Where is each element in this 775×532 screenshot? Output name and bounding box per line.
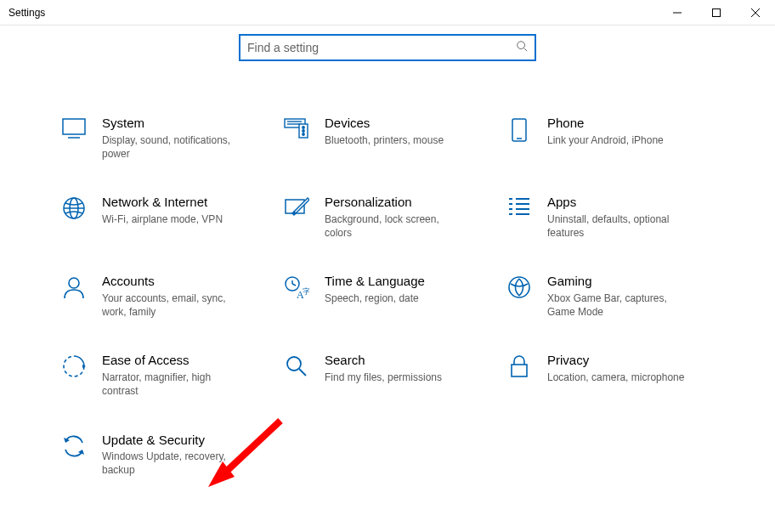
svg-point-13 — [303, 130, 304, 132]
tile-title: Devices — [325, 116, 488, 132]
lock-icon — [505, 353, 534, 378]
close-icon — [751, 8, 760, 17]
titlebar: Settings — [0, 0, 775, 25]
phone-icon — [505, 116, 534, 143]
maximize-button[interactable] — [697, 0, 736, 25]
svg-point-29 — [69, 278, 79, 288]
time-language-icon: A字 — [282, 274, 311, 299]
tile-desc: Background, lock screen, colors — [325, 212, 469, 240]
maximize-icon — [712, 8, 721, 17]
svg-rect-15 — [512, 119, 526, 141]
tile-accounts[interactable]: Accounts Your accounts, email, sync, wor… — [59, 274, 282, 319]
tile-system[interactable]: System Display, sound, notifications, po… — [59, 116, 282, 161]
search-input[interactable] — [247, 41, 516, 54]
search-icon — [516, 40, 528, 55]
window-title: Settings — [8, 7, 45, 19]
ease-of-access-icon — [59, 353, 88, 378]
svg-line-32 — [292, 284, 296, 286]
search-box[interactable] — [239, 34, 536, 61]
tile-desc: Your accounts, email, sync, work, family — [102, 291, 246, 319]
svg-point-37 — [287, 357, 301, 371]
tile-phone[interactable]: Phone Link your Android, iPhone — [505, 116, 727, 161]
tile-title: Time & Language — [325, 274, 488, 290]
update-security-icon — [59, 433, 88, 458]
tile-search[interactable]: Search Find my files, permissions — [282, 353, 505, 398]
tile-desc: Narrator, magnifier, high contrast — [102, 371, 246, 398]
tile-title: Apps — [547, 195, 710, 211]
tile-desc: Find my files, permissions — [325, 371, 469, 384]
tile-desc: Bluetooth, printers, mouse — [325, 133, 469, 147]
apps-icon — [505, 195, 534, 217]
svg-point-35 — [509, 277, 529, 297]
tile-desc: Speech, region, date — [325, 291, 469, 305]
minimize-icon — [673, 8, 682, 17]
tile-update-security[interactable]: Update & Security Windows Update, recove… — [59, 433, 282, 478]
tile-title: Ease of Access — [102, 353, 265, 369]
tile-gaming[interactable]: Gaming Xbox Game Bar, captures, Game Mod… — [505, 274, 727, 319]
tile-title: Phone — [547, 116, 710, 132]
tile-desc: Wi-Fi, airplane mode, VPN — [102, 212, 246, 226]
svg-point-4 — [518, 42, 525, 49]
tile-title: Privacy — [547, 353, 710, 369]
window-controls — [658, 0, 775, 25]
tile-title: System — [102, 116, 265, 132]
svg-text:字: 字 — [303, 287, 309, 296]
tile-title: Network & Internet — [102, 195, 265, 211]
tile-time-language[interactable]: A字 Time & Language Speech, region, date — [282, 274, 505, 319]
tile-desc: Location, camera, microphone — [547, 371, 692, 384]
magnifier-icon — [282, 353, 311, 378]
svg-point-12 — [303, 127, 304, 128]
accounts-icon — [59, 274, 88, 299]
svg-point-14 — [303, 133, 304, 135]
svg-rect-6 — [63, 119, 85, 134]
globe-icon — [59, 195, 88, 220]
close-button[interactable] — [736, 0, 775, 25]
svg-rect-39 — [512, 365, 527, 376]
devices-icon — [282, 116, 311, 139]
tile-devices[interactable]: Devices Bluetooth, printers, mouse — [282, 116, 505, 161]
tile-title: Update & Security — [102, 433, 265, 449]
tile-title: Search — [325, 353, 488, 369]
tile-title: Accounts — [102, 274, 265, 290]
tile-desc: Uninstall, defaults, optional features — [547, 212, 692, 240]
svg-line-5 — [524, 48, 528, 52]
tile-personalization[interactable]: Personalization Background, lock screen,… — [282, 195, 505, 240]
personalization-icon — [282, 195, 311, 218]
tile-desc: Display, sound, notifications, power — [102, 133, 246, 161]
system-icon — [59, 116, 88, 139]
tile-ease-of-access[interactable]: Ease of Access Narrator, magnifier, high… — [59, 353, 282, 398]
gaming-icon — [505, 274, 534, 299]
search-container — [0, 34, 775, 61]
tile-title: Personalization — [325, 195, 488, 211]
tile-apps[interactable]: Apps Uninstall, defaults, optional featu… — [505, 195, 727, 240]
tile-title: Gaming — [547, 274, 710, 290]
svg-rect-1 — [713, 8, 721, 16]
svg-line-38 — [299, 369, 306, 376]
tile-desc: Windows Update, recovery, backup — [102, 450, 246, 477]
tile-network-internet[interactable]: Network & Internet Wi-Fi, airplane mode,… — [59, 195, 282, 240]
tile-desc: Xbox Game Bar, captures, Game Mode — [547, 291, 692, 319]
tile-desc: Link your Android, iPhone — [547, 133, 692, 147]
tile-privacy[interactable]: Privacy Location, camera, microphone — [505, 353, 727, 398]
settings-grid: System Display, sound, notifications, po… — [0, 61, 775, 495]
minimize-button[interactable] — [658, 0, 697, 25]
